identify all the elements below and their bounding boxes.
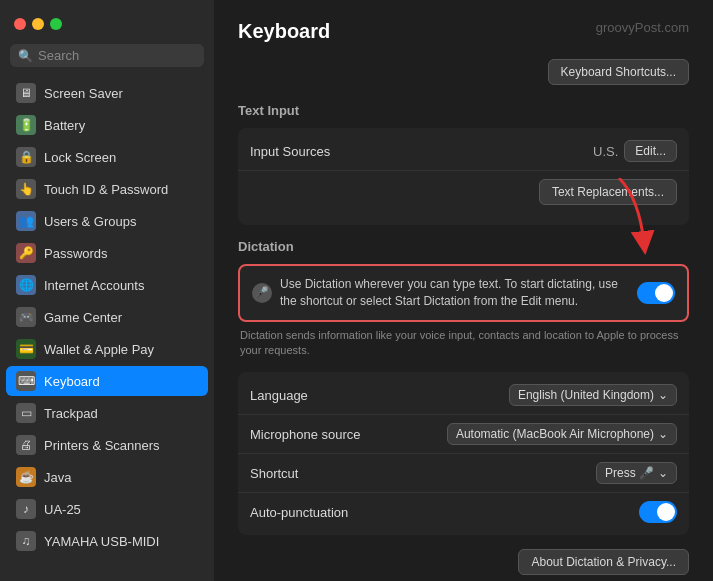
microphone-icon: 🎤 (252, 283, 272, 303)
sidebar: 🔍 🖥Screen Saver🔋Battery🔒Lock Screen👆Touc… (0, 0, 214, 581)
input-sources-row: Input Sources U.S. Edit... (238, 132, 689, 171)
java-label: Java (44, 470, 71, 485)
sidebar-item-users-groups[interactable]: 👥Users & Groups (6, 206, 208, 236)
wallet-icon: 💳 (16, 339, 36, 359)
sidebar-item-printers[interactable]: 🖨Printers & Scanners (6, 430, 208, 460)
mic-source-select[interactable]: Automatic (MacBook Air Microphone) ⌄ (447, 423, 677, 445)
auto-punct-label: Auto-punctuation (250, 505, 348, 520)
sidebar-item-touch-id[interactable]: 👆Touch ID & Password (6, 174, 208, 204)
shortcut-select[interactable]: Press 🎤 ⌄ (596, 462, 677, 484)
ua25-icon: ♪ (16, 499, 36, 519)
screen-saver-label: Screen Saver (44, 86, 123, 101)
sidebar-item-screen-saver[interactable]: 🖥Screen Saver (6, 78, 208, 108)
text-input-section-label: Text Input (238, 103, 689, 118)
trackpad-label: Trackpad (44, 406, 98, 421)
mic-source-value: Automatic (MacBook Air Microphone) (456, 427, 654, 441)
battery-label: Battery (44, 118, 85, 133)
yamaha-icon: ♫ (16, 531, 36, 551)
printers-label: Printers & Scanners (44, 438, 160, 453)
trackpad-icon: ▭ (16, 403, 36, 423)
toggle-knob (655, 284, 673, 302)
shortcut-value: Press 🎤 (605, 466, 654, 480)
yamaha-label: YAMAHA USB-MIDI (44, 534, 159, 549)
java-icon: ☕ (16, 467, 36, 487)
mic-source-label: Microphone source (250, 427, 361, 442)
keyboard-shortcuts-button[interactable]: Keyboard Shortcuts... (548, 59, 689, 85)
sidebar-item-battery[interactable]: 🔋Battery (6, 110, 208, 140)
watermark: groovyPost.com (596, 20, 689, 35)
lock-screen-label: Lock Screen (44, 150, 116, 165)
search-box[interactable]: 🔍 (10, 44, 204, 67)
keyboard-shortcuts-row: Keyboard Shortcuts... (238, 59, 689, 85)
shortcut-row: Shortcut Press 🎤 ⌄ (238, 454, 689, 493)
edit-button[interactable]: Edit... (624, 140, 677, 162)
search-icon: 🔍 (18, 49, 33, 63)
printers-icon: 🖨 (16, 435, 36, 455)
internet-accounts-icon: 🌐 (16, 275, 36, 295)
dictation-toggle-inner: 🎤 Use Dictation wherever you can type te… (252, 276, 627, 310)
keyboard-icon: ⌨ (16, 371, 36, 391)
chevron-icon-mic: ⌄ (658, 427, 668, 441)
dictation-info-text: Dictation sends information like your vo… (238, 328, 689, 359)
dictation-section-label: Dictation (238, 239, 689, 254)
game-center-icon: 🎮 (16, 307, 36, 327)
sidebar-item-yamaha[interactable]: ♫YAMAHA USB-MIDI (6, 526, 208, 556)
users-groups-icon: 👥 (16, 211, 36, 231)
language-label: Language (250, 388, 308, 403)
passwords-label: Passwords (44, 246, 108, 261)
game-center-label: Game Center (44, 310, 122, 325)
shortcut-label: Shortcut (250, 466, 298, 481)
sidebar-item-lock-screen[interactable]: 🔒Lock Screen (6, 142, 208, 172)
dictation-toggle-box: 🎤 Use Dictation wherever you can type te… (238, 264, 689, 322)
internet-accounts-label: Internet Accounts (44, 278, 144, 293)
minimize-button[interactable] (32, 18, 44, 30)
sidebar-item-ua25[interactable]: ♪UA-25 (6, 494, 208, 524)
text-replacements-row: Text Replacements... (238, 179, 689, 205)
wallet-label: Wallet & Apple Pay (44, 342, 154, 357)
passwords-icon: 🔑 (16, 243, 36, 263)
battery-icon: 🔋 (16, 115, 36, 135)
sidebar-item-trackpad[interactable]: ▭Trackpad (6, 398, 208, 428)
sidebar-item-game-center[interactable]: 🎮Game Center (6, 302, 208, 332)
lock-screen-icon: 🔒 (16, 147, 36, 167)
input-sources-value: U.S. (593, 144, 618, 159)
main-content: Keyboard groovyPost.com Keyboard Shortcu… (214, 0, 713, 581)
users-groups-label: Users & Groups (44, 214, 136, 229)
traffic-lights (0, 10, 214, 44)
sidebar-item-java[interactable]: ☕Java (6, 462, 208, 492)
auto-punct-knob (657, 503, 675, 521)
input-sources-label: Input Sources (250, 144, 330, 159)
search-input[interactable] (38, 48, 196, 63)
auto-punct-toggle[interactable] (639, 501, 677, 523)
mic-source-row: Microphone source Automatic (MacBook Air… (238, 415, 689, 454)
text-replacements-button[interactable]: Text Replacements... (539, 179, 677, 205)
touch-id-icon: 👆 (16, 179, 36, 199)
keyboard-label: Keyboard (44, 374, 100, 389)
language-select[interactable]: English (United Kingdom) ⌄ (509, 384, 677, 406)
dictation-toggle[interactable] (637, 282, 675, 304)
language-row: Language English (United Kingdom) ⌄ (238, 376, 689, 415)
chevron-icon: ⌄ (658, 388, 668, 402)
about-dictation-row: About Dictation & Privacy... (238, 549, 689, 575)
sidebar-list: 🖥Screen Saver🔋Battery🔒Lock Screen👆Touch … (0, 77, 214, 581)
input-sources-value-group: U.S. Edit... (593, 140, 677, 162)
ua25-label: UA-25 (44, 502, 81, 517)
sidebar-item-wallet[interactable]: 💳Wallet & Apple Pay (6, 334, 208, 364)
about-dictation-button[interactable]: About Dictation & Privacy... (518, 549, 689, 575)
language-value: English (United Kingdom) (518, 388, 654, 402)
dictation-toggle-text: Use Dictation wherever you can type text… (280, 276, 627, 310)
chevron-icon-shortcut: ⌄ (658, 466, 668, 480)
screen-saver-icon: 🖥 (16, 83, 36, 103)
fullscreen-button[interactable] (50, 18, 62, 30)
sidebar-item-passwords[interactable]: 🔑Passwords (6, 238, 208, 268)
touch-id-label: Touch ID & Password (44, 182, 168, 197)
sidebar-item-internet-accounts[interactable]: 🌐Internet Accounts (6, 270, 208, 300)
auto-punctuation-row: Auto-punctuation (238, 493, 689, 531)
sidebar-item-keyboard[interactable]: ⌨Keyboard (6, 366, 208, 396)
close-button[interactable] (14, 18, 26, 30)
